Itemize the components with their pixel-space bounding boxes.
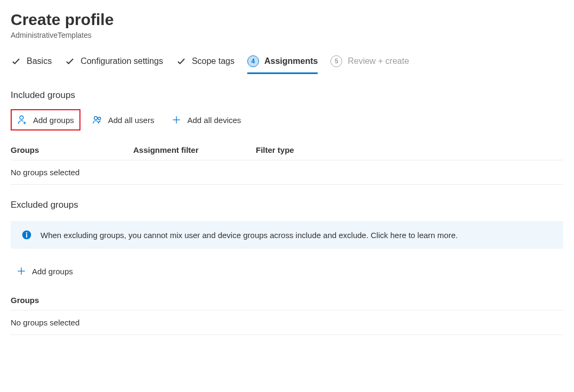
excluded-actions: Add groups <box>11 262 563 281</box>
step-number-badge: 4 <box>247 55 259 67</box>
column-groups: Groups <box>11 296 133 305</box>
excluded-empty-row: No groups selected <box>11 310 563 335</box>
excluded-table-header: Groups <box>11 290 563 310</box>
info-bar: When excluding groups, you cannot mix us… <box>11 221 563 249</box>
plus-icon <box>16 266 27 276</box>
step-label: Basics <box>27 56 52 66</box>
info-text: When excluding groups, you cannot mix us… <box>41 231 458 240</box>
page-subtitle: AdministrativeTemplates <box>11 31 563 39</box>
svg-point-8 <box>26 232 28 234</box>
step-scope-tags[interactable]: Scope tags <box>176 56 235 74</box>
add-groups-button[interactable]: Add groups <box>11 109 80 130</box>
button-label: Add all users <box>108 116 155 125</box>
button-label: Add groups <box>32 267 73 276</box>
step-label: Configuration settings <box>80 56 163 66</box>
included-actions: Add groups Add all users Add all devices <box>11 109 563 130</box>
info-icon <box>21 230 32 240</box>
step-label: Assignments <box>264 56 318 66</box>
step-label: Scope tags <box>192 56 235 66</box>
step-assignments[interactable]: 4 Assignments <box>247 55 318 74</box>
step-review-create[interactable]: 5 Review + create <box>330 55 409 74</box>
wizard-steps: Basics Configuration settings Scope tags… <box>11 55 563 74</box>
checkmark-icon <box>176 56 187 67</box>
add-all-users-button[interactable]: Add all users <box>87 109 160 130</box>
svg-point-3 <box>94 117 97 120</box>
step-number-badge: 5 <box>330 55 342 67</box>
learn-more-link[interactable]: Click here to learn more. <box>371 231 458 240</box>
person-add-icon <box>17 115 28 125</box>
included-empty-row: No groups selected <box>11 160 563 185</box>
button-label: Add groups <box>33 116 74 125</box>
step-configuration-settings[interactable]: Configuration settings <box>64 56 163 74</box>
svg-point-4 <box>98 117 101 120</box>
svg-point-0 <box>20 116 23 120</box>
included-groups-label: Included groups <box>11 90 563 101</box>
column-filter-type: Filter type <box>256 145 563 154</box>
excluded-groups-label: Excluded groups <box>11 200 563 210</box>
people-icon <box>92 115 103 125</box>
step-label: Review + create <box>347 56 409 66</box>
checkmark-icon <box>11 56 21 67</box>
checkmark-icon <box>64 56 75 67</box>
column-assignment-filter: Assignment filter <box>133 145 256 154</box>
column-groups: Groups <box>11 145 133 154</box>
svg-rect-9 <box>26 234 27 238</box>
plus-icon <box>171 115 182 125</box>
add-all-devices-button[interactable]: Add all devices <box>166 109 246 130</box>
included-table-header: Groups Assignment filter Filter type <box>11 140 563 160</box>
info-message: When excluding groups, you cannot mix us… <box>41 231 371 240</box>
step-basics[interactable]: Basics <box>11 56 52 74</box>
add-groups-excluded-button[interactable]: Add groups <box>11 262 78 281</box>
button-label: Add all devices <box>187 116 241 125</box>
page-title: Create profile <box>11 11 563 29</box>
